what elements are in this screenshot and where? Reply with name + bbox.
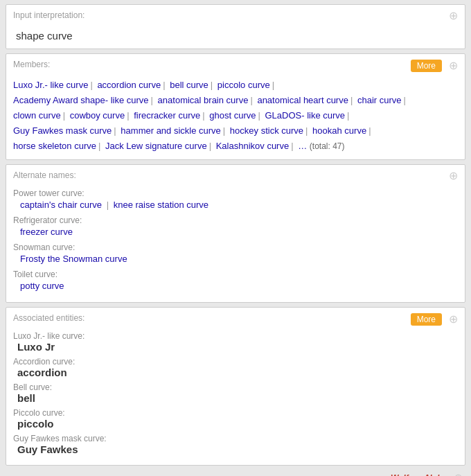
member-link[interactable]: chair curve bbox=[357, 95, 402, 105]
member-link[interactable]: hookah curve bbox=[312, 125, 366, 136]
members-header: Members: More ⊕ bbox=[13, 60, 458, 73]
members-actions: More ⊕ bbox=[411, 60, 458, 72]
entity-value-bell: bell bbox=[13, 392, 458, 404]
associated-actions: More ⊕ bbox=[411, 313, 458, 326]
alt-values-toilet: potty curve bbox=[13, 281, 458, 291]
member-link[interactable]: Jack Lew signature curve bbox=[105, 141, 207, 151]
alt-values-snowman: Frosty the Snowman curve bbox=[13, 254, 458, 264]
alt-label-toilet: Toilet curve: bbox=[13, 270, 458, 279]
alt-header: Alternate names: ⊕ bbox=[13, 170, 458, 184]
entity-label-bell: Bell curve: bbox=[13, 382, 458, 392]
entity-value-guy-fawkes: Guy Fawkes bbox=[13, 443, 458, 455]
member-link[interactable]: firecracker curve bbox=[134, 110, 200, 121]
members-more-button[interactable]: More bbox=[411, 60, 442, 72]
entity-guy-fawkes: Guy Fawkes mask curve: Guy Fawkes bbox=[13, 434, 458, 455]
alt-value-link[interactable]: knee raise station curve bbox=[114, 200, 208, 210]
alt-group-power-tower: Power tower curve: captain's chair curve… bbox=[13, 188, 458, 210]
member-link[interactable]: … bbox=[298, 141, 307, 151]
alt-group-toilet: Toilet curve: potty curve bbox=[13, 270, 458, 291]
alt-group-refrigerator: Refrigerator curve: freezer curve bbox=[13, 215, 458, 237]
footer: WolframAlpha ⊕ bbox=[0, 470, 471, 476]
associated-more-button[interactable]: More bbox=[411, 313, 442, 326]
alternate-names-section: Alternate names: ⊕ Power tower curve: ca… bbox=[6, 164, 465, 303]
member-link[interactable]: ghost curve bbox=[209, 110, 256, 121]
associated-title: Associated entities: bbox=[13, 313, 85, 323]
associated-header: Associated entities: More ⊕ bbox=[13, 313, 458, 327]
associated-plus-icon[interactable]: ⊕ bbox=[449, 314, 458, 325]
alt-values-power-tower: captain's chair curve | knee raise stati… bbox=[13, 200, 458, 210]
footer-plus-icon[interactable]: ⊕ bbox=[454, 473, 463, 476]
member-link[interactable]: bell curve bbox=[170, 80, 208, 90]
entity-bell: Bell curve: bell bbox=[13, 382, 458, 404]
input-value: shape curve bbox=[13, 28, 458, 43]
entity-label-accordion: Accordion curve: bbox=[13, 357, 458, 367]
member-link[interactable]: accordion curve bbox=[97, 80, 161, 90]
members-section: Members: More ⊕ Luxo Jr.- like curve| ac… bbox=[6, 53, 465, 160]
alt-value-link[interactable]: Frosty the Snowman curve bbox=[20, 254, 127, 264]
member-link[interactable]: piccolo curve bbox=[217, 80, 270, 90]
member-link[interactable]: Kalashnikov curve bbox=[216, 141, 290, 151]
entity-value-accordion: accordion bbox=[13, 367, 458, 378]
entity-label-piccolo: Piccolo curve: bbox=[13, 408, 458, 418]
associated-entities-section: Associated entities: More ⊕ Luxo Jr.- li… bbox=[6, 307, 465, 466]
member-link[interactable]: horse skeleton curve bbox=[13, 141, 96, 151]
entity-luxo: Luxo Jr.- like curve: Luxo Jr bbox=[13, 331, 458, 353]
alt-title: Alternate names: bbox=[13, 170, 76, 180]
alt-value-link[interactable]: freezer curve bbox=[20, 227, 73, 237]
alt-value-link[interactable]: potty curve bbox=[20, 281, 64, 291]
member-link[interactable]: GLaDOS- like curve bbox=[265, 110, 345, 121]
member-link[interactable]: clown curve bbox=[13, 110, 61, 121]
alt-group-snowman: Snowman curve: Frosty the Snowman curve bbox=[13, 243, 458, 264]
input-interpretation-section: Input interpretation: ⊕ shape curve bbox=[6, 4, 465, 49]
member-link[interactable]: anatomical brain curve bbox=[158, 95, 249, 105]
entity-value-luxo: Luxo Jr bbox=[13, 341, 458, 353]
entity-label-luxo: Luxo Jr.- like curve: bbox=[13, 331, 458, 341]
member-link[interactable]: cowboy curve bbox=[70, 110, 125, 121]
member-link[interactable]: hockey stick curve bbox=[230, 125, 303, 136]
member-link[interactable]: hammer and sickle curve bbox=[121, 125, 221, 136]
members-total: (total: 47) bbox=[310, 141, 345, 151]
alt-label-power-tower: Power tower curve: bbox=[13, 188, 458, 198]
members-list: Luxo Jr.- like curve| accordion curve| b… bbox=[13, 78, 458, 154]
entity-accordion: Accordion curve: accordion bbox=[13, 357, 458, 378]
input-header: Input interpretation: ⊕ bbox=[13, 10, 458, 24]
wolfram-alpha-brand: WolframAlpha bbox=[391, 473, 447, 476]
member-link[interactable]: Academy Award shape- like curve bbox=[13, 95, 149, 105]
alt-label-snowman: Snowman curve: bbox=[13, 243, 458, 252]
alt-plus-icon[interactable]: ⊕ bbox=[449, 170, 458, 182]
member-link[interactable]: anatomical heart curve bbox=[257, 95, 348, 105]
alt-values-refrigerator: freezer curve bbox=[13, 227, 458, 237]
alt-label-refrigerator: Refrigerator curve: bbox=[13, 215, 458, 225]
alt-value-link[interactable]: captain's chair curve bbox=[20, 200, 102, 210]
members-plus-icon[interactable]: ⊕ bbox=[449, 60, 458, 71]
entity-value-piccolo: piccolo bbox=[13, 418, 458, 430]
member-link[interactable]: Guy Fawkes mask curve bbox=[13, 125, 112, 136]
member-link[interactable]: Luxo Jr.- like curve bbox=[13, 80, 88, 90]
members-title: Members: bbox=[13, 60, 50, 69]
input-title: Input interpretation: bbox=[13, 10, 85, 20]
entity-piccolo: Piccolo curve: piccolo bbox=[13, 408, 458, 430]
entity-label-guy-fawkes: Guy Fawkes mask curve: bbox=[13, 434, 458, 443]
input-plus-icon[interactable]: ⊕ bbox=[449, 10, 458, 21]
